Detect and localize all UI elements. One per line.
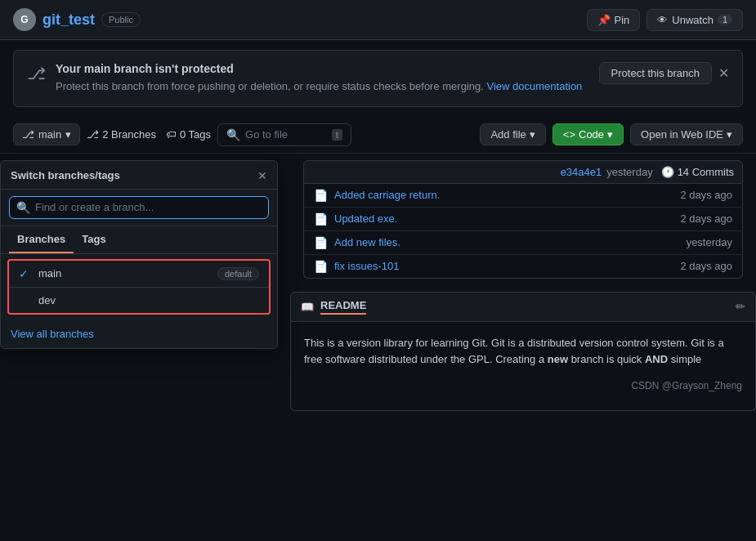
table-row[interactable]: 📄 Added carriage return. 2 days ago — [304, 184, 742, 208]
branch-name-dev: dev — [38, 294, 259, 306]
protect-branch-button[interactable]: Protect this branch — [599, 62, 712, 84]
branch-list: ✓ main default dev — [7, 259, 271, 315]
commits-label: 14 Commits — [678, 166, 734, 178]
commit-hash: e34a4e1 — [561, 166, 602, 178]
readme-text: This is a version library for learning G… — [304, 337, 724, 366]
view-all-branches-link[interactable]: View all branches — [1, 320, 277, 348]
dropdown-tabs: Branches Tags — [1, 226, 277, 254]
chevron-down-icon: ▾ — [65, 128, 71, 141]
code-button[interactable]: <> Code ▾ — [552, 123, 624, 145]
tags-link[interactable]: 🏷 0 Tags — [166, 128, 211, 141]
branch-icon: ⎇ — [27, 64, 46, 83]
dropdown-search-area: 🔍 — [1, 190, 277, 226]
alert-close-button[interactable]: ✕ — [718, 65, 729, 81]
file-icon-2: 📄 — [314, 236, 328, 249]
table-row[interactable]: 📄 Updated exe. 2 days ago — [304, 208, 742, 231]
repo-name: git_test — [42, 11, 95, 29]
tab-branches[interactable]: Branches — [9, 226, 74, 253]
branch-selector-icon: ⎇ — [22, 128, 34, 141]
branch-search-input[interactable] — [35, 201, 262, 213]
alert-title: Your main branch isn't protected — [56, 62, 589, 75]
readme-title-text: README — [320, 299, 366, 315]
code-icon: <> — [563, 128, 575, 141]
branch-search-box[interactable]: 🔍 — [9, 196, 269, 219]
readme-section: 📖 README ✏ This is a version library for… — [290, 292, 756, 412]
readme-title: 📖 README — [301, 299, 366, 315]
alert-actions: Protect this branch ✕ — [599, 62, 729, 84]
readme-header: 📖 README ✏ — [290, 292, 756, 322]
branch-dropdown-panel: Switch branches/tags ✕ 🔍 Branches Tags ✓… — [0, 160, 278, 349]
commits-link[interactable]: 🕐 14 Commits — [661, 166, 734, 178]
branch-item-main[interactable]: ✓ main default — [9, 261, 269, 287]
file-time-2: yesterday — [659, 236, 732, 248]
unwatch-count: 1 — [718, 15, 732, 25]
file-icon-0: 📄 — [314, 189, 328, 202]
dropdown-close-button[interactable]: ✕ — [257, 169, 267, 182]
file-name-0: Added carriage return. — [334, 189, 659, 201]
alert-banner: ⎇ Your main branch isn't protected Prote… — [13, 50, 743, 107]
add-file-button[interactable]: Add file ▾ — [480, 123, 545, 145]
commit-time: yesterday — [606, 166, 652, 178]
default-badge: default — [217, 267, 259, 280]
dropdown-header: Switch branches/tags ✕ — [1, 161, 277, 190]
readme-footer: CSDN @Grayson_Zheng — [304, 375, 742, 397]
toolbar: ⎇ main ▾ ⎇ 2 Branches 🏷 0 Tags 🔍 t Add f… — [0, 117, 756, 154]
file-table: 📄 Added carriage return. 2 days ago 📄 Up… — [303, 184, 743, 279]
eye-icon: 👁 — [657, 14, 668, 26]
dropdown-title: Switch branches/tags — [11, 169, 120, 181]
pin-icon: 📌 — [597, 14, 611, 26]
go-to-file-search[interactable]: 🔍 t — [217, 123, 351, 146]
go-to-file-input[interactable] — [245, 128, 327, 141]
avatar: G — [13, 8, 36, 31]
table-row[interactable]: 📄 fix issues-101 2 days ago — [304, 255, 742, 278]
branch-selector-button[interactable]: ⎇ main ▾ — [13, 123, 80, 145]
shortcut-key-badge: t — [332, 129, 342, 141]
header-actions: 📌 Pin 👁 Unwatch 1 — [587, 9, 744, 31]
file-time-0: 2 days ago — [659, 189, 732, 201]
table-row[interactable]: 📄 Add new files. yesterday — [304, 231, 742, 255]
history-icon: 🕐 — [661, 166, 674, 178]
meta-links: ⎇ 2 Branches 🏷 0 Tags — [87, 128, 211, 141]
branches-link[interactable]: ⎇ 2 Branches — [87, 128, 156, 141]
main-content: Switch branches/tags ✕ 🔍 Branches Tags ✓… — [0, 160, 756, 279]
search-icon: 🔍 — [226, 128, 240, 141]
branch-item-dev[interactable]: dev — [9, 287, 269, 313]
search-icon-dropdown: 🔍 — [16, 201, 30, 214]
pin-button[interactable]: 📌 Pin — [587, 9, 641, 31]
file-time-1: 2 days ago — [659, 212, 732, 225]
file-icon-3: 📄 — [314, 260, 328, 273]
visibility-badge: Public — [101, 12, 141, 27]
file-name-1: Updated exe. — [334, 212, 659, 225]
file-name-2: Add new files. — [334, 236, 659, 248]
alert-content: Your main branch isn't protected Protect… — [56, 62, 589, 95]
readme-edit-button[interactable]: ✏ — [736, 300, 745, 313]
alert-doc-link[interactable]: View documentation — [487, 80, 583, 92]
chevron-down-icon-add: ▾ — [530, 128, 535, 141]
open-webide-button[interactable]: Open in Web IDE ▾ — [630, 123, 743, 145]
book-icon: 📖 — [301, 301, 314, 313]
file-name-3: fix issues-101 — [334, 260, 659, 272]
chevron-down-icon-webide: ▾ — [727, 128, 732, 141]
branch-name-main: main — [38, 267, 217, 279]
unwatch-button[interactable]: 👁 Unwatch 1 — [646, 9, 743, 31]
check-icon-main: ✓ — [19, 267, 32, 280]
file-icon-1: 📄 — [314, 212, 328, 226]
file-area: e34a4e1 yesterday 🕐 14 Commits 📄 Added c… — [303, 160, 743, 279]
readme-body: This is a version library for learning G… — [290, 322, 756, 412]
branch-selector-label: main — [38, 128, 61, 141]
chevron-down-icon-code: ▾ — [607, 128, 613, 141]
page-header: G git_test Public 📌 Pin 👁 Unwatch 1 — [0, 0, 756, 40]
alert-description: Protect this branch from force pushing o… — [56, 78, 589, 95]
tab-tags[interactable]: Tags — [74, 226, 114, 253]
tag-icon: 🏷 — [166, 128, 177, 141]
commit-info-bar: e34a4e1 yesterday 🕐 14 Commits — [303, 160, 743, 184]
file-time-3: 2 days ago — [659, 260, 732, 272]
branch-count-icon: ⎇ — [87, 128, 99, 141]
